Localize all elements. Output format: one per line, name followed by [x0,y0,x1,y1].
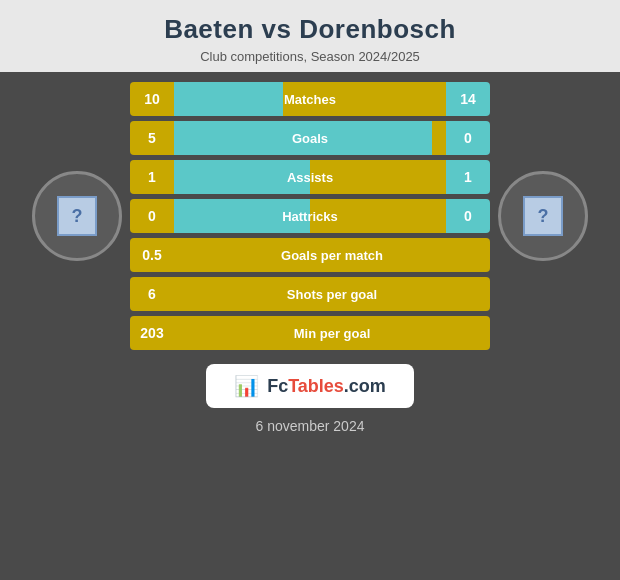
stat-row-assists: 1Assists1 [130,160,490,194]
player-avatar-left: ? [32,171,122,261]
stat-left-val: 10 [130,82,174,116]
player-image-left: ? [57,196,97,236]
stat-left-val: 0 [130,199,174,233]
title-section: Baeten vs Dorenbosch Club competitions, … [0,0,620,72]
stat-bar: Hattricks [174,199,446,233]
stat-row-goals: 5Goals0 [130,121,490,155]
stat-row-hattricks: 0Hattricks0 [130,199,490,233]
stat-label: Goals [292,131,328,146]
logo-text: FcTables.com [267,376,386,397]
stat-left-val: 1 [130,160,174,194]
stat-bar: Shots per goal [174,277,490,311]
stat-row-min-per-goal: 203Min per goal [130,316,490,350]
page-wrapper: Baeten vs Dorenbosch Club competitions, … [0,0,620,580]
stat-bar: Goals [174,121,446,155]
stat-left-val: 6 [130,277,174,311]
stat-row-goals-per-match: 0.5Goals per match [130,238,490,272]
stat-label: Goals per match [281,248,383,263]
stat-bar: Matches [174,82,446,116]
logo-section: 📊 FcTables.com [206,364,414,408]
stat-right-val: 0 [446,199,490,233]
stat-row-matches: 10Matches14 [130,82,490,116]
main-title: Baeten vs Dorenbosch [0,14,620,45]
stat-left-val: 5 [130,121,174,155]
stat-label: Matches [284,92,336,107]
player-avatar-right: ? [498,171,588,261]
stat-label: Hattricks [282,209,338,224]
date-section: 6 november 2024 [256,418,365,434]
player-image-right: ? [523,196,563,236]
logo-icon: 📊 [234,374,259,398]
stat-bar: Assists [174,160,446,194]
stat-right-val: 14 [446,82,490,116]
content-area: ? 10Matches145Goals01Assists10Hattricks0… [0,82,620,350]
stat-right-val: 1 [446,160,490,194]
stat-bar: Goals per match [174,238,490,272]
stat-left-val: 203 [130,316,174,350]
stat-bar: Min per goal [174,316,490,350]
stat-left-val: 0.5 [130,238,174,272]
stats-section: 10Matches145Goals01Assists10Hattricks00.… [130,82,490,350]
stat-label: Min per goal [294,326,371,341]
stat-right-val: 0 [446,121,490,155]
stat-label: Shots per goal [287,287,377,302]
subtitle: Club competitions, Season 2024/2025 [0,49,620,64]
stat-row-shots-per-goal: 6Shots per goal [130,277,490,311]
stat-label: Assists [287,170,333,185]
